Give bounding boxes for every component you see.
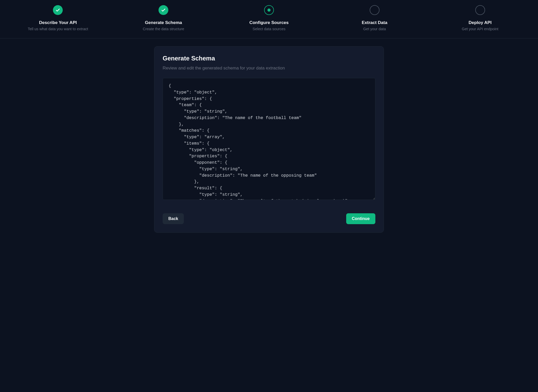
back-button[interactable]: Back [163, 213, 184, 224]
card-description: Review and edit the generated schema for… [163, 66, 375, 71]
step-configure-sources[interactable]: Configure Sources Select data sources [235, 5, 303, 31]
step-subtitle: Create the data structure [143, 27, 184, 31]
schema-editor[interactable] [163, 78, 375, 200]
step-title: Generate Schema [145, 20, 182, 25]
step-indicator-pending [370, 5, 379, 15]
step-subtitle: Get your data [363, 27, 386, 31]
step-title: Extract Data [362, 20, 387, 25]
step-title: Describe Your API [39, 20, 77, 25]
continue-button[interactable]: Continue [346, 213, 375, 224]
step-extract-data[interactable]: Extract Data Get your data [341, 5, 408, 31]
wizard-stepper: Describe Your API Tell us what data you … [0, 0, 538, 38]
check-icon [161, 7, 166, 13]
step-indicator-active [264, 5, 274, 15]
button-row: Back Continue [163, 213, 375, 224]
step-deploy-api[interactable]: Deploy API Get your API endpoint [447, 5, 514, 31]
step-describe-api[interactable]: Describe Your API Tell us what data you … [24, 5, 91, 31]
check-icon [55, 7, 60, 13]
card-title: Generate Schema [163, 55, 375, 62]
step-indicator-pending [475, 5, 485, 15]
step-subtitle: Get your API endpoint [462, 27, 499, 31]
step-subtitle: Tell us what data you want to extract [28, 27, 88, 31]
schema-card: Generate Schema Review and edit the gene… [154, 46, 384, 233]
step-title: Configure Sources [249, 20, 289, 25]
main-content: Generate Schema Review and edit the gene… [0, 38, 538, 243]
step-subtitle: Select data sources [252, 27, 285, 31]
step-indicator-completed [159, 5, 168, 15]
step-title: Deploy API [469, 20, 492, 25]
step-generate-schema[interactable]: Generate Schema Create the data structur… [130, 5, 197, 31]
step-indicator-completed [53, 5, 63, 15]
